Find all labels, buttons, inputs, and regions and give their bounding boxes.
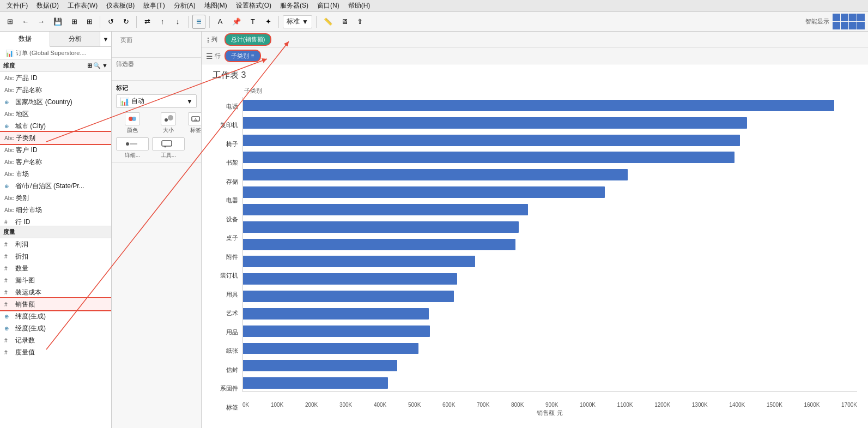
field-country[interactable]: ⊕ 国家/地区 (Country): [0, 96, 111, 108]
toolbar-share[interactable]: ⇧: [354, 15, 367, 29]
field-state[interactable]: ⊕ 省/市/自治区 (State/Pr...: [0, 180, 111, 192]
toolbar-label[interactable]: A: [214, 15, 227, 29]
tab-analysis[interactable]: 分析: [50, 32, 100, 46]
menu-window[interactable]: 窗口(N): [313, 0, 344, 11]
bar-row-16[interactable]: [243, 375, 857, 391]
dimensions-search-icon[interactable]: 🔍: [93, 62, 101, 69]
x-tick-17: 1700K: [841, 402, 857, 408]
field-profit[interactable]: # 利润: [0, 238, 111, 250]
menu-format[interactable]: 设置格式(O): [232, 0, 276, 11]
toolbar-undo[interactable]: ↺: [104, 15, 117, 29]
menu-help[interactable]: 帮助(H): [344, 0, 375, 11]
dimensions-more-icon[interactable]: ▼: [102, 62, 108, 69]
x-tick-7: 700K: [477, 402, 489, 408]
bar-row-6[interactable]: [243, 201, 857, 218]
menu-story[interactable]: 故事(T): [139, 0, 169, 11]
menu-file[interactable]: 文件(F): [2, 0, 32, 11]
toolbar-home[interactable]: ⊞: [3, 15, 16, 29]
field-prefix: Abc: [4, 111, 14, 117]
bar-row-11[interactable]: [243, 288, 857, 305]
menu-map[interactable]: 地图(M): [200, 0, 232, 11]
bar-row-8[interactable]: [243, 236, 857, 253]
toolbar-forward[interactable]: →: [34, 15, 48, 29]
toolbar-fit[interactable]: ≡: [192, 15, 205, 29]
y-label-6: 设备: [213, 216, 238, 222]
toolbar-sort-desc[interactable]: ↓: [171, 15, 184, 29]
field-category[interactable]: Abc 类别: [0, 192, 111, 204]
bar-row-15[interactable]: [243, 357, 857, 374]
data-source-row[interactable]: 📊 订单 (Global Superstore....: [0, 47, 111, 60]
field-name: 数量: [15, 264, 28, 273]
field-region[interactable]: Abc 地区: [0, 108, 111, 120]
toolbar-counter[interactable]: ⊞: [83, 15, 96, 29]
field-product-name[interactable]: Abc 产品名称: [0, 84, 111, 96]
field-measure-values[interactable]: # 度量值: [0, 346, 111, 358]
bar-row-1[interactable]: [243, 114, 857, 131]
dimensions-grid-icon[interactable]: ⊞: [87, 62, 92, 69]
menu-analysis[interactable]: 分析(A): [169, 0, 200, 11]
field-row-id[interactable]: # 行 ID: [0, 216, 111, 225]
field-product-id[interactable]: Abc 产品 ID: [0, 72, 111, 84]
field-quantity[interactable]: # 数量: [0, 262, 111, 274]
field-funnel[interactable]: # 漏斗图: [0, 274, 111, 286]
field-market[interactable]: Abc 市场: [0, 168, 111, 180]
toolbar-save[interactable]: 💾: [50, 15, 65, 29]
toolbar-datasource[interactable]: ⊞: [68, 15, 81, 29]
tab-data[interactable]: 数据: [0, 32, 50, 47]
field-name: 地区: [16, 110, 29, 119]
color-icon: [125, 112, 140, 125]
row-pill[interactable]: 子类别 ≡: [224, 50, 261, 62]
left-panel-menu[interactable]: ▼: [100, 32, 111, 46]
svg-point-1: [132, 117, 136, 121]
toolbar-redo[interactable]: ↻: [119, 15, 132, 29]
field-record-count[interactable]: # 记录数: [0, 334, 111, 346]
bar-row-0[interactable]: [243, 97, 857, 114]
toolbar-back[interactable]: ←: [19, 15, 32, 29]
svg-marker-9: [164, 146, 166, 148]
menu-worksheet[interactable]: 工作表(W): [63, 0, 102, 11]
toolbar-view-dropdown[interactable]: 标准 ▼: [283, 15, 312, 28]
toolbar-swap[interactable]: ⇄: [141, 15, 154, 29]
field-prefix: ⊕: [4, 183, 13, 189]
bar-row-9[interactable]: [243, 253, 857, 270]
field-sales[interactable]: # 销售额: [0, 298, 111, 310]
toolbar-sort-asc[interactable]: ↑: [156, 15, 169, 29]
bar-row-4[interactable]: [243, 166, 857, 183]
col-pill[interactable]: 总计(销售额): [224, 33, 271, 46]
bar-row-5[interactable]: [243, 184, 857, 201]
field-name: 产品名称: [16, 86, 42, 95]
field-city[interactable]: ⊕ 城市 (City): [0, 120, 111, 132]
marks-tooltip[interactable]: 工具...: [152, 137, 185, 159]
toolbar-pin[interactable]: 📌: [229, 15, 244, 29]
bar-row-2[interactable]: [243, 132, 857, 149]
toolbar-present[interactable]: 🖥: [338, 15, 351, 29]
bar-row-10[interactable]: [243, 270, 857, 287]
field-latitude[interactable]: ⊕ 纬度(生成): [0, 310, 111, 322]
marks-color[interactable]: 颜色: [116, 112, 149, 134]
field-customer-name[interactable]: Abc 客户名称: [0, 156, 111, 168]
menu-data[interactable]: 数据(D): [32, 0, 63, 11]
toolbar-fix[interactable]: ✦: [262, 15, 275, 29]
field-segment[interactable]: Abc 细分市场: [0, 204, 111, 216]
smart-display-grid[interactable]: [833, 14, 865, 29]
menu-server[interactable]: 服务器(S): [276, 0, 313, 11]
marks-type-dropdown[interactable]: 📊 自动 ▼: [116, 94, 197, 108]
field-customer-id[interactable]: Abc 客户 ID: [0, 144, 111, 156]
field-longitude[interactable]: ⊕ 经度(生成): [0, 322, 111, 334]
chart-area: 工作表 3 子类别 电话复印机椅子书架存储电器设备桌子附件装订机用具艺术用品纸张…: [202, 64, 868, 428]
toolbar-measure[interactable]: 📏: [320, 15, 336, 29]
bar-row-3[interactable]: [243, 149, 857, 166]
field-subcategory[interactable]: Abc 子类别: [0, 132, 111, 144]
marks-size[interactable]: 大小: [152, 112, 185, 134]
marks-detail[interactable]: 详细...: [116, 137, 149, 159]
toolbar-text[interactable]: T: [246, 15, 259, 29]
menu-dashboard[interactable]: 仪表板(B): [102, 0, 139, 11]
field-discount[interactable]: # 折扣: [0, 250, 111, 262]
bar-row-7[interactable]: [243, 219, 857, 236]
chart-bars: [242, 97, 857, 391]
bar-row-12[interactable]: [243, 305, 857, 322]
bar-row-13[interactable]: [243, 323, 857, 340]
field-shipping-cost[interactable]: # 装运成本: [0, 286, 111, 298]
bar-row-14[interactable]: [243, 340, 857, 357]
marks-label[interactable]: A 标签: [188, 112, 202, 134]
